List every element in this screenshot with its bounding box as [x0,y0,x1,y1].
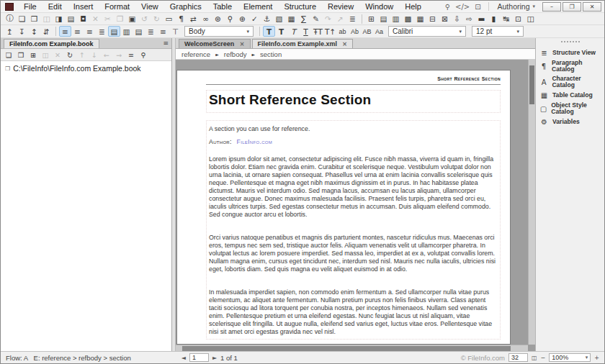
paragraph-style-select[interactable]: Body ▾ [184,26,254,37]
copy-icon[interactable]: ❐ [114,14,126,24]
delete-row-icon[interactable]: ▬ [475,14,488,24]
dock-grip[interactable] [561,41,580,43]
zoom-in-icon[interactable]: + [594,355,599,361]
about-icon[interactable]: ⓘ [4,14,16,24]
rotate-icon[interactable]: ↷ [322,14,334,24]
delete-icon[interactable]: ✕ [89,14,102,24]
menu-table[interactable]: Table [207,1,238,12]
menu-insert[interactable]: Insert [68,1,99,12]
uppercase-icon[interactable]: AB [361,26,373,37]
delete-item-icon[interactable]: ✕ [53,50,63,60]
structure-view-item[interactable]: ≣ Structure View [536,47,604,58]
lowercase-icon[interactable]: ab [336,26,349,37]
move-left-icon[interactable]: ← [102,50,112,60]
author-view-icon[interactable]: ⊡ [473,3,482,11]
bold-icon[interactable]: T [275,26,287,37]
underline-icon[interactable]: T [300,26,312,37]
move-right-icon[interactable]: → [114,50,124,60]
save-book-icon[interactable]: ◫ [40,50,50,60]
insert-image-icon[interactable]: ▧ [273,14,285,24]
close-tab-icon[interactable]: × [342,40,347,47]
menu-structure[interactable]: Structure [278,1,322,12]
workspace-select[interactable]: Authoring ▾ [495,2,538,11]
menu-file[interactable]: File [18,1,42,12]
line-space-onehalf-icon[interactable]: ▤ [133,26,145,37]
menu-graphics[interactable]: Graphics [164,1,207,12]
text-frame-icon[interactable]: ▭ [163,14,175,24]
panel-menu-icon[interactable]: ≡ [163,40,169,47]
zoom-level-select[interactable]: 100% ▾ [549,353,591,362]
vertical-scrollbar[interactable] [528,60,535,345]
vertical-align-icon[interactable]: ⊤ [169,26,182,37]
document-page[interactable]: Short Reference Section Short Reference … [176,70,511,345]
horizontal-scrollbar[interactable] [176,345,528,351]
line-space-single-icon[interactable]: ▥ [120,26,133,37]
menu-element[interactable]: Element [238,1,278,12]
counter-field[interactable]: 32 [508,353,528,362]
save-all-icon[interactable]: ◨ [53,14,65,24]
zoom-icon[interactable]: ⊕ [236,14,248,24]
menu-window[interactable]: Window [359,1,399,12]
object-style-catalog-item[interactable]: ▢ Object Style Catalog [536,101,604,117]
insert-link-icon[interactable]: ⊛ [212,14,224,24]
publish-icon[interactable]: ↗ [334,14,346,24]
table-borders-icon[interactable]: ▦ [414,14,426,24]
baseline-shift-icon[interactable]: ⇵ [40,26,53,37]
numbered-list-icon[interactable]: ≣ [346,14,359,24]
app-icon[interactable] [5,3,14,11]
variables-item[interactable]: ⚙ Variables [536,117,604,127]
cross-reference-icon[interactable]: ⇄ [187,14,200,24]
lock-icon[interactable]: ◘ [77,14,89,24]
restore-button[interactable]: ❐ [563,2,581,12]
align-justify-icon[interactable]: ≣ [96,26,108,37]
close-tab-icon[interactable]: × [239,40,244,47]
menu-edit[interactable]: Edit [42,1,68,12]
table-insert-icon[interactable]: ⊞ [365,14,377,24]
new-document-icon[interactable]: ❏ [16,14,28,24]
tab-welcome-screen[interactable]: WelcomeScreen × [179,39,251,48]
font-family-select[interactable]: Calibri ▾ [388,26,466,37]
merge-cells-icon[interactable]: ⊟ [426,14,439,24]
add-group-icon[interactable]: ⊞ [28,50,38,60]
table-properties-icon[interactable]: ◫ [524,14,537,24]
display-options-icon[interactable]: ≡ [126,50,136,60]
close-button[interactable]: ✕ [583,2,601,12]
menu-help[interactable]: Help [399,1,427,12]
small-caps-icon[interactable]: Aa [373,26,385,37]
find-replace-icon[interactable]: ⚲ [224,14,236,24]
table-catalog-item[interactable]: ▦ Table Catalog [536,90,604,101]
menu-view[interactable]: View [135,1,164,12]
marker-icon[interactable]: ✎ [310,14,322,24]
print-icon[interactable]: ▤ [65,14,77,24]
superscript-icon[interactable]: T↑ [324,26,336,37]
crumb-refbody[interactable]: refbody ► [224,50,260,58]
fit-window-icon[interactable]: ◫ [532,355,537,361]
vertical-scroll-thumb[interactable] [529,65,534,104]
line-space-double-icon[interactable]: ≣ [145,26,157,37]
open-icon[interactable]: ❒ [28,14,40,24]
delete-column-icon[interactable]: ▮ [488,14,500,24]
hyperlink-icon[interactable]: ∞ [200,14,212,24]
book-tree-item[interactable]: ❒ C:\FileInfo\FileInfo.com Example.book [5,64,167,73]
paragraph-spacing-icon[interactable]: ≡ [157,26,169,37]
add-row-below-icon[interactable]: ⇩ [451,14,463,24]
move-down-icon[interactable]: ↓ [89,50,99,60]
book-panel-tab[interactable]: FileInfo.com Example.book [4,39,99,48]
xml-code-view-icon[interactable]: </> [454,3,471,11]
crumb-section[interactable]: section [260,50,292,58]
spell-check-icon[interactable]: ✓ [248,14,261,24]
horizontal-scroll-thumb[interactable] [182,346,511,351]
font-size-select[interactable]: 12 pt ▾ [472,26,524,37]
paragraph-catalog-item[interactable]: ¶ Paragraph Catalog [536,58,604,74]
next-page-icon[interactable]: ► [212,355,217,361]
equations-icon[interactable]: ∑ [297,14,310,24]
table-row-properties-icon[interactable]: ▤ [377,14,390,24]
paste-icon[interactable]: ▣ [126,14,138,24]
move-up-icon[interactable]: ↑ [77,50,87,60]
anchored-frame-icon[interactable]: ⚓ [261,14,273,24]
space-below-icon[interactable]: ↧ [16,26,28,37]
character-catalog-item[interactable]: A Character Catalog [536,74,604,90]
minimize-button[interactable]: – [542,2,561,12]
redo-icon[interactable]: ↻ [151,14,163,24]
crumb-reference[interactable]: reference ► [182,50,224,58]
